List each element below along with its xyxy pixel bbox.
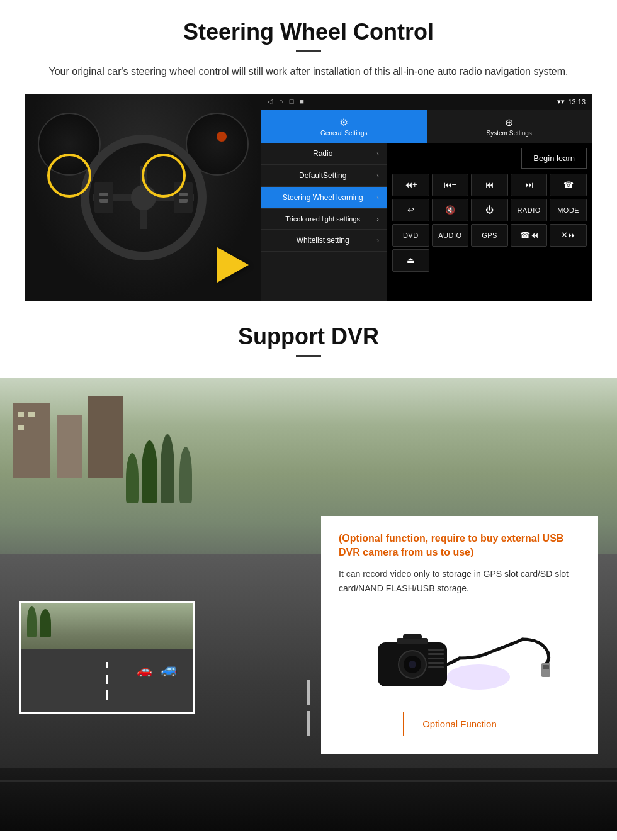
nav-buttons: ◁ ○ □ ■: [268, 98, 304, 106]
general-settings-label: General Settings: [320, 130, 368, 137]
menu-item-radio-label: Radio: [269, 149, 376, 158]
section-description: Your original car's steering wheel contr…: [38, 64, 579, 80]
page-title: Steering Wheel Control: [25, 19, 592, 45]
dvr-device-illustration: [339, 608, 580, 702]
android-tabs: ⚙ General Settings ⊕ System Settings: [261, 110, 592, 143]
begin-learn-row: Begin learn: [392, 148, 587, 169]
menu-item-steering-label: Steering Wheel learning: [269, 193, 376, 202]
dvr-info-title: (Optional function, require to buy exter…: [339, 532, 580, 560]
back-icon[interactable]: ◁: [268, 98, 273, 106]
steering-photo: [25, 94, 261, 301]
ctrl-hangup[interactable]: ↩: [392, 199, 429, 221]
dvr-section-title: Support DVR: [25, 323, 592, 350]
svg-rect-5: [428, 666, 444, 668]
menu-chevron-steering: ›: [376, 194, 379, 201]
dvr-info-card: (Optional function, require to buy exter…: [321, 516, 598, 754]
ctrl-mute[interactable]: 🔇: [432, 199, 469, 221]
left-highlight-circle: [47, 154, 91, 198]
steering-wheel-section: Steering Wheel Control Your original car…: [0, 0, 617, 301]
optional-function-button[interactable]: Optional Function: [403, 712, 516, 736]
android-status-bar: ◁ ○ □ ■ ▾▾ 13:13: [261, 94, 592, 110]
ctrl-gps[interactable]: GPS: [471, 224, 508, 247]
ctrl-phone-prev[interactable]: ☎⏮: [511, 224, 548, 247]
menu-item-steering[interactable]: Steering Wheel learning ›: [261, 187, 387, 209]
ctrl-phone[interactable]: ☎: [550, 174, 587, 196]
menu-chevron-light: ›: [376, 215, 379, 223]
camera-lens-core: [409, 661, 416, 668]
dvr-road-inset: 🚙 🚗: [19, 601, 195, 714]
light-effect: [447, 664, 510, 690]
dvr-section: Support DVR: [0, 301, 617, 831]
tab-system-settings[interactable]: ⊕ System Settings: [427, 110, 592, 143]
title-divider: [296, 50, 321, 52]
home-icon[interactable]: ○: [279, 98, 283, 106]
cast-icon: ■: [300, 98, 304, 106]
menu-list: Radio › DefaultSetting › Steering Wheel …: [261, 143, 387, 301]
menu-item-whitelist-label: Whitelist setting: [269, 236, 376, 245]
android-ui-panel: ◁ ○ □ ■ ▾▾ 13:13 ⚙ General Settings ⊕: [261, 94, 592, 301]
system-settings-icon: ⊕: [505, 116, 513, 128]
menu-item-whitelist[interactable]: Whitelist setting ›: [261, 230, 387, 252]
svg-rect-0: [543, 665, 549, 669]
begin-learn-button[interactable]: Begin learn: [521, 148, 587, 169]
menu-item-radio[interactable]: Radio ›: [261, 143, 387, 165]
arrow-indicator: [217, 247, 249, 283]
signal-icon: ▾▾: [557, 98, 565, 106]
svg-rect-2: [428, 653, 444, 655]
recent-icon[interactable]: □: [290, 98, 294, 106]
tab-general-settings[interactable]: ⚙ General Settings: [261, 110, 427, 143]
ctrl-radio[interactable]: RADIO: [511, 199, 548, 221]
ctrl-vol-down[interactable]: ⏮−: [432, 174, 469, 196]
ctrl-vol-up[interactable]: ⏮+: [392, 174, 429, 196]
menu-item-default-label: DefaultSetting: [269, 171, 376, 180]
status-right: ▾▾ 13:13: [557, 98, 586, 106]
menu-chevron-default: ›: [376, 172, 379, 179]
general-settings-icon: ⚙: [339, 116, 348, 128]
dvr-info-description: It can record video only to storage in G…: [339, 567, 580, 595]
ctrl-eject[interactable]: ⏏: [392, 249, 429, 272]
menu-item-light[interactable]: Tricoloured light settings ›: [261, 209, 387, 230]
ctrl-mode[interactable]: MODE: [550, 199, 587, 221]
system-settings-label: System Settings: [487, 130, 532, 137]
steering-composite: ◁ ○ □ ■ ▾▾ 13:13 ⚙ General Settings ⊕: [25, 94, 592, 301]
menu-chevron-whitelist: ›: [376, 237, 379, 244]
menu-item-light-label: Tricoloured light settings: [269, 215, 376, 223]
ctrl-prev[interactable]: ⏮: [471, 174, 508, 196]
menu-chevron-radio: ›: [376, 150, 379, 157]
right-highlight-circle: [142, 154, 186, 198]
android-content: Radio › DefaultSetting › Steering Wheel …: [261, 143, 592, 301]
svg-rect-7: [403, 634, 422, 639]
dvr-camera-svg: [365, 608, 554, 702]
ctrl-next[interactable]: ⏭: [511, 174, 548, 196]
dvr-section-header: Support DVR: [0, 301, 617, 378]
dashboard-strip: [0, 768, 617, 831]
steering-wheel: [81, 135, 207, 260]
dvr-composite: 🚗 🚙 🚗 🚙 🚗 (Optional function, require to…: [0, 378, 617, 831]
ctrl-audio[interactable]: AUDIO: [432, 224, 469, 247]
ctrl-dvd[interactable]: DVD: [392, 224, 429, 247]
menu-item-default[interactable]: DefaultSetting ›: [261, 165, 387, 187]
clock: 13:13: [568, 98, 586, 106]
svg-rect-1: [428, 649, 444, 651]
control-panel: Begin learn ⏮+ ⏮− ⏮ ⏭ ☎ ↩ 🔇 ⏻ RADIO: [387, 143, 592, 301]
ctrl-power[interactable]: ⏻: [471, 199, 508, 221]
dvr-title-divider: [296, 355, 321, 357]
svg-rect-4: [428, 662, 444, 664]
control-buttons-grid: ⏮+ ⏮− ⏮ ⏭ ☎ ↩ 🔇 ⏻ RADIO MODE DVD AUDIO: [392, 174, 587, 272]
svg-rect-3: [428, 658, 444, 659]
ctrl-phone-next[interactable]: ✕⏭: [550, 224, 587, 247]
